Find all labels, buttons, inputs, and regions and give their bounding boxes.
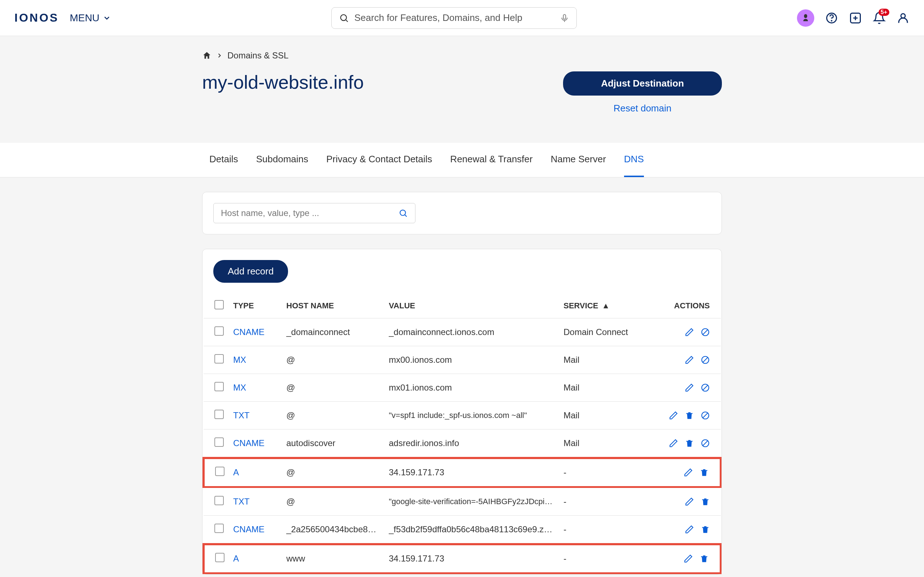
edit-icon[interactable]	[669, 411, 678, 420]
edit-icon[interactable]	[685, 355, 694, 364]
svg-line-19	[703, 413, 708, 418]
breadcrumb-current[interactable]: Domains & SSL	[228, 50, 288, 61]
home-icon[interactable]	[202, 51, 212, 60]
svg-point-0	[340, 15, 346, 20]
search-input[interactable]	[354, 12, 554, 23]
delete-icon[interactable]	[685, 438, 694, 448]
table-row: MX@mx00.ionos.comMail	[204, 346, 721, 374]
tab-privacy-contact-details[interactable]: Privacy & Contact Details	[326, 143, 432, 177]
disable-icon[interactable]	[701, 383, 710, 392]
col-service[interactable]: SERVICE ▲	[559, 293, 656, 318]
table-header: TYPE HOST NAME VALUE SERVICE ▲ ACTIONS	[204, 293, 721, 318]
edit-icon[interactable]	[683, 554, 693, 563]
menu-label: MENU	[69, 12, 99, 24]
table-row: CNAMEautodiscoveradsredir.ionos.infoMail	[204, 429, 721, 458]
record-host: autodiscover	[286, 438, 380, 448]
record-value: _domainconnect.ionos.com	[389, 327, 555, 337]
add-record-button[interactable]: Add record	[213, 260, 288, 283]
record-value: 34.159.171.73	[389, 467, 555, 477]
row-checkbox[interactable]	[215, 326, 224, 336]
svg-line-11	[405, 215, 407, 217]
svg-point-10	[400, 210, 405, 215]
microphone-icon[interactable]	[560, 13, 569, 23]
notification-badge: 5+	[879, 9, 889, 16]
disable-icon[interactable]	[701, 327, 710, 337]
edit-icon[interactable]	[685, 497, 694, 506]
notification-icon[interactable]: 5+	[873, 11, 886, 24]
record-type-link[interactable]: MX	[233, 383, 246, 392]
record-service: Mail	[559, 429, 656, 458]
tab-renewal-transfer[interactable]: Renewal & Transfer	[450, 143, 532, 177]
avatar[interactable]	[797, 10, 814, 27]
row-checkbox[interactable]	[215, 354, 224, 364]
search-box[interactable]	[331, 7, 577, 29]
row-checkbox[interactable]	[215, 496, 224, 505]
svg-rect-2	[564, 15, 566, 19]
disable-icon[interactable]	[701, 438, 710, 448]
user-icon[interactable]	[897, 11, 909, 24]
record-service: -	[559, 544, 656, 574]
record-type-link[interactable]: CNAME	[233, 327, 265, 337]
logo[interactable]: IONOS	[15, 11, 59, 24]
adjust-destination-button[interactable]: Adjust Destination	[563, 71, 722, 95]
tab-subdomains[interactable]: Subdomains	[256, 143, 308, 177]
record-type-link[interactable]: A	[233, 554, 239, 563]
record-type-link[interactable]: MX	[233, 355, 246, 364]
chat-icon[interactable]	[825, 11, 838, 24]
record-type-link[interactable]: CNAME	[233, 524, 265, 534]
svg-line-13	[703, 330, 708, 335]
menu-button[interactable]: MENU	[69, 12, 111, 24]
record-host: _domainconnect	[286, 327, 380, 337]
record-type-link[interactable]: TXT	[233, 496, 249, 506]
row-checkbox[interactable]	[215, 410, 224, 419]
row-checkbox[interactable]	[215, 437, 224, 447]
col-type[interactable]: TYPE	[229, 293, 282, 318]
record-service: Domain Connect	[559, 318, 656, 346]
record-value: adsredir.ionos.info	[389, 438, 555, 448]
title-row: my-old-website.info Adjust Destination R…	[202, 71, 722, 114]
delete-icon[interactable]	[685, 411, 694, 420]
record-host: @	[286, 383, 380, 393]
row-checkbox[interactable]	[215, 382, 224, 391]
record-host: @	[286, 410, 380, 421]
filter-input[interactable]	[221, 208, 399, 218]
col-value[interactable]: VALUE	[384, 293, 559, 318]
disable-icon[interactable]	[701, 355, 710, 364]
col-host[interactable]: HOST NAME	[282, 293, 384, 318]
edit-icon[interactable]	[669, 438, 678, 448]
record-value: "v=spf1 include:_spf-us.ionos.com ~all"	[389, 411, 555, 420]
record-type-link[interactable]: TXT	[233, 410, 249, 420]
record-type-link[interactable]: A	[233, 467, 239, 477]
tab-name-server[interactable]: Name Server	[551, 143, 606, 177]
title-actions: Adjust Destination Reset domain	[563, 71, 722, 114]
row-checkbox[interactable]	[215, 553, 225, 562]
record-host: www	[286, 554, 380, 564]
edit-icon[interactable]	[685, 327, 694, 337]
delete-icon[interactable]	[701, 497, 710, 506]
header-icons: 5+	[797, 10, 909, 27]
add-icon[interactable]	[849, 11, 862, 24]
row-checkbox[interactable]	[215, 524, 224, 533]
chevron-right-icon	[216, 52, 223, 59]
table-row: CNAME_domainconnect_domainconnect.ionos.…	[204, 318, 721, 346]
row-checkbox[interactable]	[215, 467, 225, 476]
edit-icon[interactable]	[683, 468, 693, 477]
select-all-checkbox[interactable]	[215, 300, 224, 309]
svg-line-17	[703, 385, 708, 390]
record-type-link[interactable]: CNAME	[233, 438, 265, 448]
disable-icon[interactable]	[701, 411, 710, 420]
tab-dns[interactable]: DNS	[624, 143, 644, 177]
delete-icon[interactable]	[701, 525, 710, 534]
page-title: my-old-website.info	[202, 71, 364, 93]
search-icon[interactable]	[399, 208, 408, 218]
svg-line-15	[703, 358, 708, 363]
reset-domain-link[interactable]: Reset domain	[614, 103, 671, 114]
filter-input-wrap[interactable]	[213, 203, 415, 223]
edit-icon[interactable]	[685, 525, 694, 534]
edit-icon[interactable]	[685, 383, 694, 392]
tab-details[interactable]: Details	[209, 143, 238, 177]
delete-icon[interactable]	[699, 468, 709, 477]
svg-point-5	[831, 20, 832, 21]
delete-icon[interactable]	[699, 554, 709, 563]
record-host: @	[286, 467, 380, 477]
